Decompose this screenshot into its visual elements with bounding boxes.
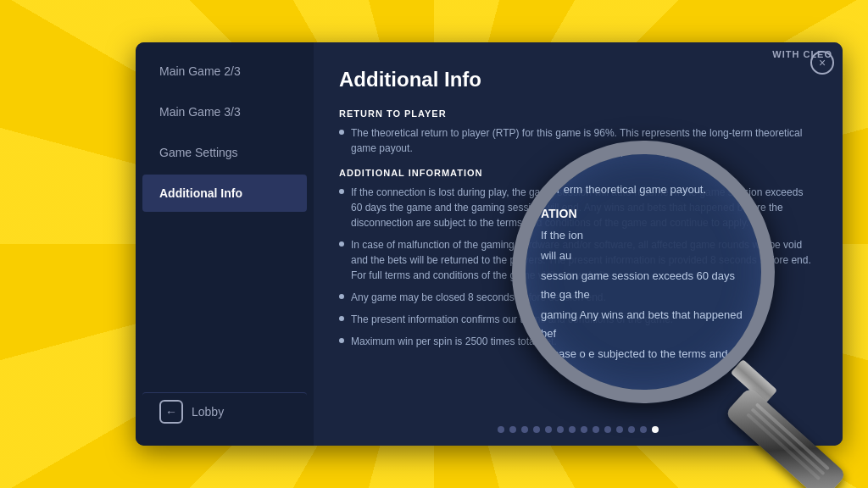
page-dot-8[interactable] [581,426,587,433]
section-label-additional: ADDITIONAL INFORMATION [339,168,817,178]
sidebar-item-additional-info[interactable]: Additional Info [142,175,307,212]
bullet-additional-5: Maximum win per spin is 2500 times total… [339,334,817,349]
page-dot-5[interactable] [545,426,552,433]
page-dot-6[interactable] [557,426,564,433]
page-dot-14[interactable] [652,426,659,433]
back-icon: ← [159,400,183,424]
pagination [314,426,843,433]
sidebar-item-main-game-2[interactable]: Main Game 2/3 [142,53,307,90]
page-dot-3[interactable] [521,426,528,433]
sidebar-item-lobby[interactable]: ← Lobby [142,392,307,435]
main-content: WITH CLEO × Additional Info RETURN TO PL… [314,42,843,446]
bullet-additional-3: Any game may be closed 8 seconds before … [339,290,817,305]
close-button[interactable]: × [810,51,834,75]
bullet-dot [339,338,344,343]
game-panel: Main Game 2/3 Main Game 3/3 Game Setting… [136,42,843,446]
sidebar: Main Game 2/3 Main Game 3/3 Game Setting… [136,42,314,446]
bullet-dot [339,316,344,321]
page-dot-7[interactable] [569,426,576,433]
page-dot-4[interactable] [533,426,540,433]
bullet-dot [339,130,344,135]
section-label-rtp: RETURN TO PLAYER [339,108,817,119]
bullet-rtp-1: The theoretical return to player (RTP) f… [339,125,817,156]
info-panel: Additional Info RETURN TO PLAYER The the… [314,42,843,446]
page-dot-13[interactable] [640,426,647,433]
page-dot-1[interactable] [498,426,504,433]
bullet-additional-2: In case of malfunction of the gaming har… [339,237,817,283]
bullet-additional-1: If the connection is lost during play, t… [339,185,817,230]
page-dot-12[interactable] [628,426,635,433]
bullet-dot [339,241,344,247]
info-title: Additional Info [339,59,817,92]
bullet-additional-4: The present information confirms our ter… [339,312,817,327]
bullet-dot [339,294,344,299]
page-dot-2[interactable] [509,426,516,433]
sidebar-item-main-game-3[interactable]: Main Game 3/3 [142,93,307,130]
page-dot-9[interactable] [593,426,599,433]
bullet-dot [339,189,344,194]
sidebar-item-game-settings[interactable]: Game Settings [142,134,307,171]
page-dot-11[interactable] [616,426,623,433]
page-dot-10[interactable] [604,426,611,433]
